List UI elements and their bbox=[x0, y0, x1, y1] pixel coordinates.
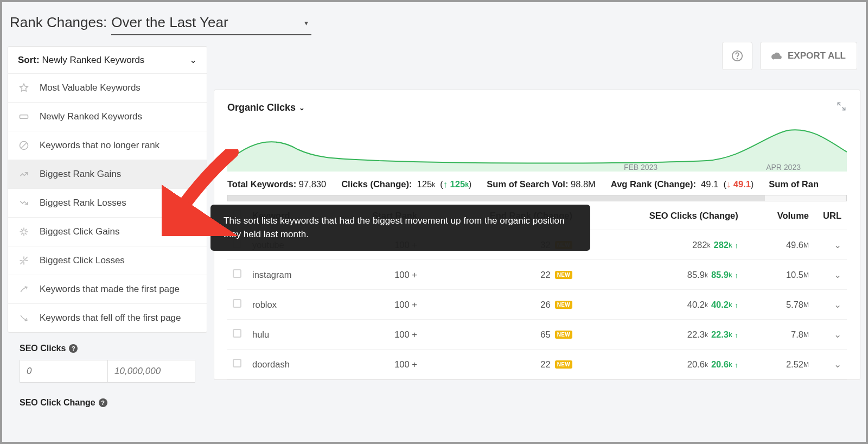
sum-vol-value: 98.8M bbox=[571, 179, 596, 189]
cell-end-rank: 65NEW bbox=[423, 320, 578, 350]
cell-volume: 49.6M bbox=[744, 230, 814, 260]
sort-label: Sort: bbox=[18, 55, 40, 65]
metric-select[interactable]: Organic Clicks ⌄ bbox=[227, 102, 305, 113]
star-icon bbox=[18, 82, 30, 94]
sort-tooltip: This sort lists keywords that had the bi… bbox=[210, 205, 590, 251]
svg-rect-0 bbox=[20, 115, 28, 119]
col-url[interactable]: URL bbox=[814, 201, 847, 230]
sort-option-label: Biggest Click Gains bbox=[40, 226, 119, 237]
cell-end-rank: 22NEW bbox=[423, 260, 578, 290]
chevron-down-icon: ⌄ bbox=[189, 54, 197, 66]
new-badge: NEW bbox=[555, 271, 572, 279]
row-checkbox[interactable] bbox=[233, 299, 241, 308]
seo-clicks-min[interactable] bbox=[20, 360, 107, 383]
sort-option-label: Biggest Click Losses bbox=[40, 255, 125, 266]
sort-option-fell-off-first-page[interactable]: Keywords that fell off the first page bbox=[8, 303, 207, 332]
table-row[interactable]: doordash100 +22NEW20.6k20.6k ↑2.52M⌄ bbox=[227, 350, 847, 379]
help-icon[interactable]: ? bbox=[69, 344, 78, 353]
new-badge: NEW bbox=[555, 301, 572, 309]
chevron-down-icon[interactable]: ⌄ bbox=[834, 270, 841, 280]
new-badge: NEW bbox=[555, 360, 572, 369]
sort-dropdown[interactable]: Sort: Newly Ranked Keywords ⌄ bbox=[8, 47, 207, 73]
arrow-up-right-icon bbox=[18, 283, 30, 295]
time-range-select[interactable]: Over the Last Year ▾ bbox=[111, 14, 311, 35]
metric-value: Organic Clicks bbox=[227, 102, 296, 113]
spark-down-icon bbox=[18, 255, 30, 267]
chevron-down-icon[interactable]: ⌄ bbox=[834, 300, 841, 309]
sort-option-label: Keywords that fell off the first page bbox=[40, 313, 181, 324]
svg-point-3 bbox=[737, 58, 737, 59]
sort-option-label: Newly Ranked Keywords bbox=[40, 111, 142, 122]
col-seo-clicks[interactable]: SEO Clicks (Change) bbox=[578, 201, 744, 230]
cell-seo-clicks: 20.6k20.6k ↑ bbox=[578, 350, 744, 379]
seo-clicks-max[interactable] bbox=[107, 360, 195, 383]
table-row[interactable]: hulu100 +65NEW22.3k22.3k ↑7.8M⌄ bbox=[227, 320, 847, 350]
sum-rank-label: Sum of Ran bbox=[769, 179, 819, 189]
chart-tick-feb: FEB 2023 bbox=[624, 163, 658, 172]
clicks-change-indicator: ↑ 125k bbox=[443, 179, 469, 189]
seo-clicks-filter-label: SEO Clicks ? bbox=[20, 344, 195, 353]
ban-icon bbox=[18, 139, 30, 151]
help-icon[interactable]: ? bbox=[99, 398, 107, 407]
new-badge: NEW bbox=[555, 331, 572, 339]
cell-volume: 5.78M bbox=[744, 290, 814, 320]
horizontal-scrollbar[interactable] bbox=[227, 195, 847, 201]
sort-option-label: Biggest Rank Losses bbox=[40, 198, 126, 208]
cell-end-rank: 22NEW bbox=[423, 350, 578, 379]
row-checkbox[interactable] bbox=[233, 269, 241, 278]
chevron-down-icon: ⌄ bbox=[299, 104, 305, 112]
table-row[interactable]: instagram100 +22NEW85.9k85.9k ↑10.5M⌄ bbox=[227, 260, 847, 290]
trend-down-icon bbox=[18, 197, 30, 209]
cell-volume: 10.5M bbox=[744, 260, 814, 290]
cell-seo-clicks: 85.9k85.9k ↑ bbox=[578, 260, 744, 290]
total-keywords-value: 97,830 bbox=[299, 179, 326, 189]
sort-option-newly-ranked[interactable]: Newly Ranked Keywords bbox=[8, 102, 207, 131]
cell-keyword: roblox bbox=[247, 290, 330, 320]
arrow-down-right-icon bbox=[18, 312, 30, 324]
sort-option-label: Keywords that no longer rank bbox=[40, 140, 159, 151]
cell-start-rank: 100 + bbox=[330, 290, 423, 320]
sort-option-made-first-page[interactable]: Keywords that made the first page bbox=[8, 275, 207, 303]
export-all-button[interactable]: EXPORT ALL bbox=[760, 42, 857, 70]
spark-up-icon bbox=[18, 226, 30, 238]
avg-rank-value: 49.1 bbox=[701, 179, 718, 189]
col-volume[interactable]: Volume bbox=[744, 201, 814, 230]
cell-seo-clicks: 282k282k ↑ bbox=[578, 230, 744, 260]
sort-option-most-valuable[interactable]: Most Valuable Keywords bbox=[8, 73, 207, 102]
chevron-down-icon[interactable]: ⌄ bbox=[834, 359, 841, 369]
avg-rank-change-indicator: ↓ 49.1 bbox=[726, 179, 751, 189]
table-row[interactable]: roblox100 +26NEW40.2k40.2k ↑5.78M⌄ bbox=[227, 290, 847, 320]
cell-end-rank: 26NEW bbox=[423, 290, 578, 320]
new-icon bbox=[18, 111, 30, 123]
sort-option-label: Keywords that made the first page bbox=[40, 284, 180, 295]
sort-option-label: Biggest Rank Gains bbox=[40, 169, 121, 180]
chevron-down-icon[interactable]: ⌄ bbox=[834, 240, 841, 250]
time-range-value: Over the Last Year bbox=[111, 14, 228, 31]
cell-volume: 2.52M bbox=[744, 350, 814, 379]
cell-volume: 7.8M bbox=[744, 320, 814, 350]
clicks-change-label: Clicks (Change): bbox=[341, 179, 412, 189]
summary-bar: Total Keywords: 97,830 Clicks (Change): … bbox=[227, 172, 847, 195]
export-label: EXPORT ALL bbox=[788, 50, 846, 61]
help-button[interactable] bbox=[722, 42, 752, 70]
sum-vol-label: Sum of Search Vol: bbox=[487, 179, 568, 189]
cell-seo-clicks: 40.2k40.2k ↑ bbox=[578, 290, 744, 320]
organic-clicks-chart: FEB 2023 APR 2023 bbox=[227, 119, 847, 172]
avg-rank-label: Avg Rank (Change): bbox=[611, 179, 696, 189]
chart-tick-apr: APR 2023 bbox=[766, 163, 801, 172]
annotation-arrow bbox=[162, 149, 243, 238]
trend-up-icon bbox=[18, 168, 30, 180]
seo-click-change-filter-label: SEO Click Change ? bbox=[20, 398, 195, 408]
row-checkbox[interactable] bbox=[233, 359, 241, 367]
expand-icon[interactable] bbox=[836, 101, 847, 114]
row-checkbox[interactable] bbox=[233, 329, 241, 338]
page-title-prefix: Rank Changes: bbox=[10, 14, 107, 31]
clicks-value: 125k bbox=[417, 179, 436, 189]
cell-start-rank: 100 + bbox=[330, 260, 423, 290]
cell-keyword: hulu bbox=[247, 320, 330, 350]
cell-keyword: doordash bbox=[247, 350, 330, 379]
chevron-down-icon[interactable]: ⌄ bbox=[834, 329, 841, 339]
sort-option-biggest-click-losses[interactable]: Biggest Click Losses bbox=[8, 246, 207, 275]
chevron-down-icon: ▾ bbox=[304, 18, 308, 27]
sort-option-label: Most Valuable Keywords bbox=[40, 83, 141, 93]
